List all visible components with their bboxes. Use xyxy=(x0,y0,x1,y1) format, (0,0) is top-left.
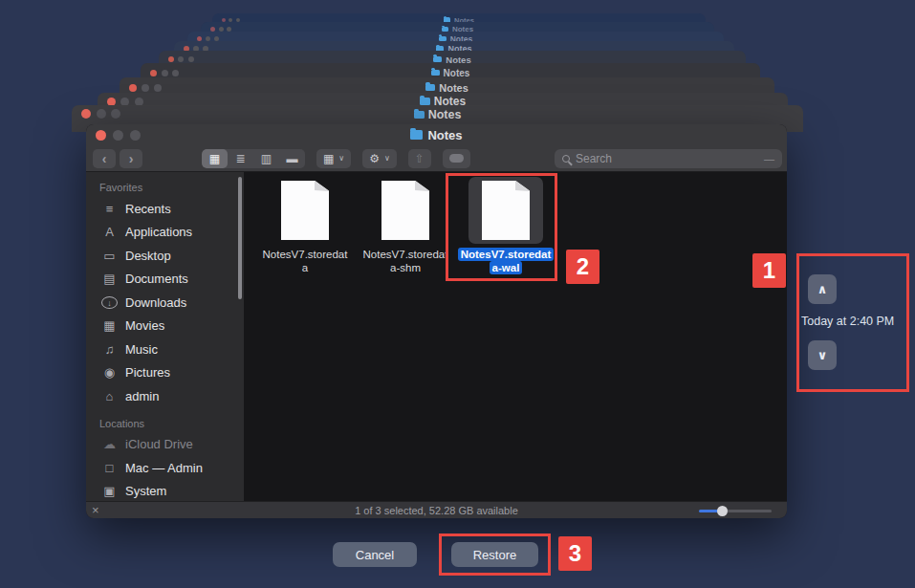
search-input[interactable]: Search — xyxy=(555,149,782,168)
annotation-box-3 xyxy=(439,534,551,576)
sidebar-item-pictures[interactable]: ◉Pictures xyxy=(86,361,244,385)
file-icon-wrap xyxy=(268,177,342,244)
sidebar-scrollbar[interactable] xyxy=(238,177,242,299)
icon-size-slider[interactable] xyxy=(699,510,772,512)
document-icon xyxy=(381,181,429,240)
tags-button[interactable] xyxy=(443,149,470,168)
sidebar-item-label: Music xyxy=(125,342,158,357)
sidebar-item-label: Movies xyxy=(125,318,164,333)
sidebar-item-recents[interactable]: ≡Recents xyxy=(86,197,244,221)
sidebar-item-icloud-drive[interactable]: ☁iCloud Drive xyxy=(86,433,244,457)
gallery-view-button[interactable]: ▬ xyxy=(279,149,305,168)
favorites-section-label: Favorites xyxy=(99,182,244,193)
time-machine-desktop: Notes Notes Notes Notes Notes Notes Note… xyxy=(0,0,915,588)
window-title-text: Notes xyxy=(444,68,470,78)
file-notesv7-storedata-shm[interactable]: NotesV7.storedat a-shm xyxy=(356,177,455,274)
pictures-icon: ◉ xyxy=(101,365,118,380)
document-icon xyxy=(281,181,329,240)
finder-window: Notes ‹ › ▦ ≣ ▥ ▬ ▦ ∨ ⚙ ∨ ⇧ xyxy=(86,124,787,518)
column-view-icon: ▥ xyxy=(261,152,272,165)
annotation-box-2 xyxy=(446,173,557,281)
folder-icon xyxy=(425,84,435,91)
music-icon: ♫ xyxy=(101,342,118,357)
sidebar-item-admin[interactable]: ⌂admin xyxy=(86,384,244,408)
status-text: 1 of 3 selected, 52.28 GB available xyxy=(86,505,787,516)
sidebar-item-system[interactable]: ▣System xyxy=(86,480,244,502)
action-menu-button[interactable]: ⚙ ∨ xyxy=(362,149,397,168)
annotation-label-2: 2 xyxy=(566,250,599,284)
file-icon-wrap xyxy=(368,177,443,244)
folder-icon xyxy=(414,111,425,119)
disk-icon: ▣ xyxy=(101,484,118,498)
status-bar: × 1 of 3 selected, 52.28 GB available xyxy=(86,501,787,518)
sidebar-item-mac-admin[interactable]: □Mac — Admin xyxy=(86,456,244,480)
sidebar-item-music[interactable]: ♫Music xyxy=(86,338,244,361)
forward-button[interactable]: › xyxy=(120,149,142,168)
window-title: Notes xyxy=(141,68,760,78)
sidebar-item-label: Documents xyxy=(125,272,188,286)
sidebar-item-label: Applications xyxy=(125,225,192,239)
documents-icon: ▤ xyxy=(101,272,118,286)
column-view-button[interactable]: ▥ xyxy=(253,149,279,168)
forward-icon: › xyxy=(129,151,134,166)
file-notesv7-storedata[interactable]: NotesV7.storedat a xyxy=(255,177,355,274)
display-icon: □ xyxy=(101,461,118,475)
back-button[interactable]: ‹ xyxy=(93,149,116,168)
icon-view-button[interactable]: ▦ xyxy=(202,149,228,168)
window-title-text: Notes xyxy=(439,82,468,94)
window-title-text: Notes xyxy=(428,108,462,121)
cancel-button[interactable]: Cancel xyxy=(333,542,417,567)
annotation-label-3: 3 xyxy=(558,536,592,571)
applications-icon: A xyxy=(101,225,118,239)
search-placeholder: Search xyxy=(576,152,612,165)
tag-icon xyxy=(449,154,464,163)
sidebar-item-label: System xyxy=(125,484,166,498)
grid-view-icon: ▦ xyxy=(209,152,220,165)
title-bar[interactable]: Notes xyxy=(86,124,787,145)
slider-knob[interactable] xyxy=(717,506,728,516)
sidebar-item-applications[interactable]: AApplications xyxy=(86,221,244,245)
group-icon: ▦ xyxy=(323,152,334,165)
sidebar-item-label: Mac — Admin xyxy=(125,461,203,475)
window-title-text: Notes xyxy=(427,128,462,142)
share-button[interactable]: ⇧ xyxy=(408,149,431,168)
search-icon xyxy=(562,155,570,163)
sidebar-item-documents[interactable]: ▤Documents xyxy=(86,268,244,292)
sidebar-item-desktop[interactable]: ▭Desktop xyxy=(86,244,244,268)
list-view-icon: ≣ xyxy=(235,152,245,165)
chevron-down-icon: ∨ xyxy=(384,154,390,163)
sidebar-item-downloads[interactable]: ↓Downloads xyxy=(86,291,244,315)
file-name-line: NotesV7.storedat xyxy=(260,248,351,261)
window-title: Notes xyxy=(72,108,803,121)
back-icon: ‹ xyxy=(102,151,107,166)
sidebar-item-label: Downloads xyxy=(125,295,186,310)
view-switcher: ▦ ≣ ▥ ▬ xyxy=(202,149,305,168)
chevron-down-icon: ∨ xyxy=(338,154,344,163)
sidebar-item-label: iCloud Drive xyxy=(125,437,193,451)
group-by-button[interactable]: ▦ ∨ xyxy=(316,149,351,168)
folder-icon xyxy=(433,56,442,62)
window-title: Notes xyxy=(120,82,774,94)
sidebar-item-label: Recents xyxy=(125,202,171,216)
file-name-line: NotesV7.storedat xyxy=(360,248,451,261)
annotation-box-1 xyxy=(796,253,909,392)
recents-icon: ≡ xyxy=(101,202,118,216)
sidebar: Favorites ≡Recents AApplications ▭Deskto… xyxy=(86,172,244,501)
file-name: NotesV7.storedat a-shm xyxy=(360,248,451,274)
window-title: Notes xyxy=(86,128,787,142)
file-name: NotesV7.storedat a xyxy=(260,248,351,274)
search-scope-dash: — xyxy=(764,153,774,164)
sidebar-item-label: Pictures xyxy=(125,365,170,380)
share-icon: ⇧ xyxy=(415,152,425,165)
sidebar-item-label: Desktop xyxy=(125,249,171,263)
desktop-icon: ▭ xyxy=(101,249,118,263)
nav-buttons: ‹ › xyxy=(93,149,142,168)
cloud-icon: ☁ xyxy=(101,437,118,451)
folder-icon xyxy=(410,130,423,139)
gallery-view-icon: ▬ xyxy=(287,152,298,165)
locations-section-label: Locations xyxy=(99,418,244,429)
file-name-line: a-shm xyxy=(387,261,424,274)
list-view-button[interactable]: ≣ xyxy=(228,149,253,168)
sidebar-item-movies[interactable]: ▦Movies xyxy=(86,315,244,338)
movies-icon: ▦ xyxy=(101,318,118,333)
